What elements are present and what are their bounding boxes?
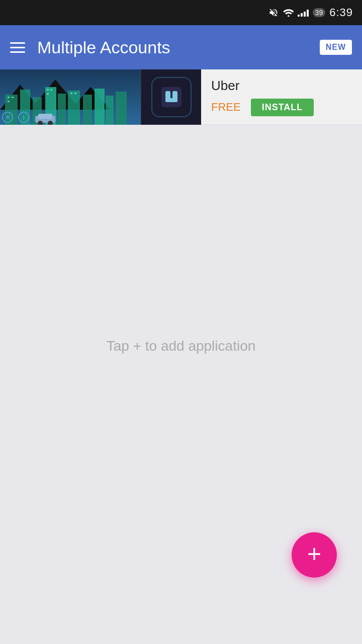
- hamburger-line: [10, 51, 25, 53]
- svg-rect-9: [68, 91, 80, 125]
- uber-icon-inner: [151, 77, 192, 117]
- ad-app-name: Uber: [211, 78, 352, 94]
- uber-app-icon: [141, 69, 201, 125]
- svg-rect-20: [70, 93, 72, 94]
- mute-icon: [268, 8, 279, 18]
- main-content: Tap + to add application +: [0, 125, 362, 608]
- svg-rect-23: [38, 114, 52, 119]
- new-badge: NEW: [320, 40, 352, 55]
- status-bar: 39 6:39: [0, 0, 362, 25]
- status-time: 6:39: [329, 6, 353, 19]
- hamburger-line: [10, 47, 25, 48]
- ad-image: UBER: [0, 69, 141, 125]
- svg-rect-21: [74, 93, 76, 94]
- svg-rect-11: [95, 89, 105, 125]
- ad-install-button[interactable]: INSTALL: [251, 99, 314, 116]
- toolbar-left: Multiple Accounts: [10, 38, 170, 57]
- svg-rect-8: [58, 94, 66, 125]
- signal-icon: [298, 9, 309, 17]
- svg-rect-16: [8, 101, 10, 102]
- ad-bottom-row: FREE INSTALL: [211, 99, 352, 116]
- hamburger-line: [10, 42, 25, 44]
- battery-level: 39: [313, 8, 326, 17]
- svg-rect-17: [47, 89, 49, 91]
- add-icon: +: [307, 542, 321, 566]
- svg-text:✕: ✕: [5, 114, 11, 121]
- svg-rect-31: [161, 87, 182, 107]
- svg-rect-13: [116, 92, 127, 125]
- toolbar: Multiple Accounts NEW: [0, 25, 362, 69]
- ad-banner: UBER: [0, 69, 362, 125]
- page-title: Multiple Accounts: [37, 38, 170, 57]
- svg-rect-18: [50, 89, 52, 91]
- menu-button[interactable]: [10, 42, 25, 53]
- svg-rect-12: [106, 96, 114, 125]
- ad-close-button[interactable]: ✕: [0, 110, 15, 125]
- svg-rect-10: [83, 95, 92, 125]
- svg-rect-15: [12, 97, 14, 98]
- ad-info-button[interactable]: i: [16, 110, 31, 125]
- ad-price: FREE: [211, 101, 241, 114]
- status-icons: 39 6:39: [268, 6, 353, 19]
- empty-hint: Tap + to add application: [107, 338, 256, 354]
- svg-rect-19: [47, 93, 49, 95]
- ad-text-section: Uber FREE INSTALL: [201, 69, 362, 124]
- svg-rect-14: [8, 97, 10, 98]
- add-application-button[interactable]: +: [292, 532, 337, 578]
- wifi-icon: [283, 9, 294, 17]
- svg-rect-34: [165, 98, 177, 102]
- svg-text:i: i: [23, 114, 25, 121]
